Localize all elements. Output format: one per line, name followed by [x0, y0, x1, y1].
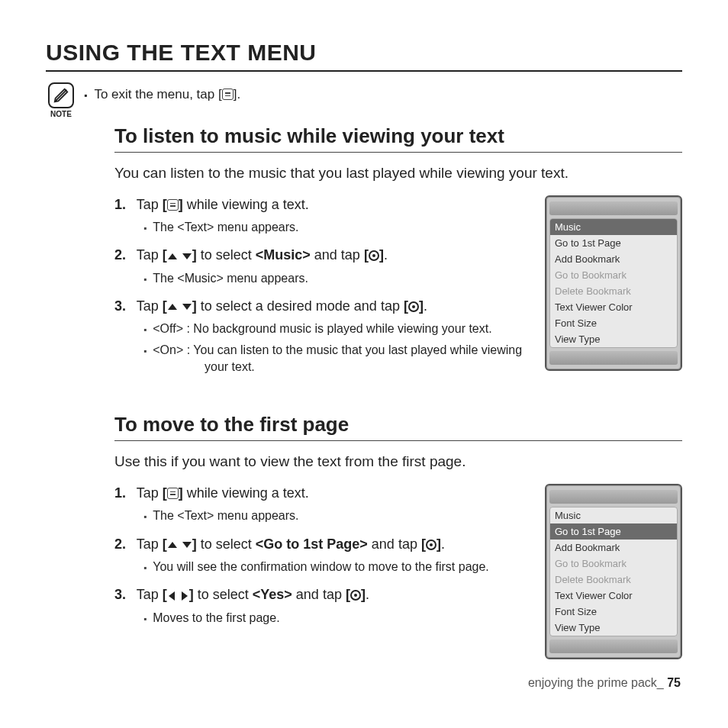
menu-item-highlight: Music	[550, 219, 677, 235]
menu-item: Delete Bookmark	[550, 283, 677, 299]
section-heading: To listen to music while viewing your te…	[114, 124, 682, 153]
device-illustration-1: Music Go to 1st Page Add Bookmark Go to …	[545, 195, 682, 371]
select-icon	[350, 590, 361, 601]
select-icon	[426, 540, 436, 550]
section-first-page: To move to the first page Use this if yo…	[114, 413, 682, 659]
note-icon	[48, 82, 74, 108]
menu-item: Text Viewer Color	[550, 588, 677, 604]
page-title: USING THE TEXT MENU	[46, 40, 682, 72]
device-menu-1: Music Go to 1st Page Add Bookmark Go to …	[549, 218, 678, 348]
select-icon	[408, 301, 419, 312]
step-3: 3. Tap [ ] to select a desired mode and …	[114, 297, 531, 375]
section-intro: Use this if you want to view the text fr…	[114, 452, 682, 472]
device-menu-2: Music Go to 1st Page Add Bookmark Go to …	[549, 507, 678, 636]
left-icon	[169, 591, 175, 601]
down-icon	[182, 253, 192, 259]
step-2: 2. Tap [ ] to select <Music> and tap [].…	[114, 246, 531, 286]
step-1: 1. Tap [] while viewing a text. The <Tex…	[114, 195, 531, 236]
step-3: 3. Tap [ ] to select <Yes> and tap []. M…	[114, 585, 531, 626]
menu-button-icon	[222, 89, 234, 100]
menu-item: Go to Bookmark	[550, 267, 677, 283]
step-1: 1. Tap [] while viewing a text. The <Tex…	[114, 484, 531, 524]
section-intro: You can listen to the music that you las…	[114, 163, 682, 183]
down-icon	[182, 304, 192, 310]
step-2: 2. Tap [ ] to select <Go to 1st Page> an…	[114, 535, 531, 575]
menu-item: Music	[550, 507, 677, 523]
menu-item: Add Bookmark	[550, 540, 677, 556]
menu-item: Text Viewer Color	[550, 299, 677, 315]
menu-item: Font Size	[550, 315, 677, 331]
menu-item: Go to Bookmark	[550, 556, 677, 572]
note-block: NOTE ▪ To exit the menu, tap [].	[46, 82, 682, 118]
menu-item: Go to 1st Page	[550, 235, 677, 251]
device-illustration-2: Music Go to 1st Page Add Bookmark Go to …	[545, 484, 682, 659]
down-icon	[182, 542, 192, 548]
menu-button-icon	[167, 199, 179, 211]
right-icon	[182, 591, 188, 601]
menu-item: Add Bookmark	[550, 251, 677, 267]
section-heading: To move to the first page	[114, 413, 682, 441]
menu-item: Delete Bookmark	[550, 572, 677, 588]
up-icon	[168, 542, 177, 548]
note-label: NOTE	[50, 110, 72, 118]
page-footer: enjoying the prime pack_ 75	[528, 676, 681, 690]
section-listen-music: To listen to music while viewing your te…	[114, 124, 682, 385]
menu-button-icon	[167, 488, 179, 499]
note-text: ▪ To exit the menu, tap [].	[84, 87, 240, 102]
menu-item: View Type	[550, 331, 677, 347]
menu-item: View Type	[550, 620, 677, 636]
up-icon	[168, 253, 177, 259]
select-icon	[369, 250, 379, 261]
up-icon	[168, 304, 177, 310]
menu-item-highlight: Go to 1st Page	[550, 523, 677, 540]
menu-item: Font Size	[550, 604, 677, 620]
